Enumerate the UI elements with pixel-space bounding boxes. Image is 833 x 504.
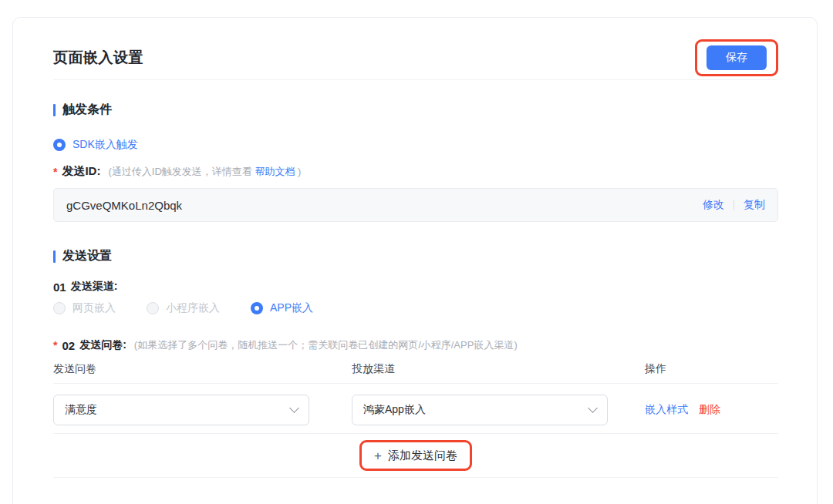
radio-disabled-icon [53,302,66,314]
radio-app-embed[interactable]: APP嵌入 [251,301,313,315]
send-id-hint: (通过传入ID触发发送，详情查看 帮助文档 ) [108,165,301,179]
section-bar-icon [53,104,56,116]
page-title: 页面嵌入设置 [53,48,143,68]
copy-link[interactable]: 复制 [744,198,765,212]
header-channel: 投放渠道 [352,362,645,376]
add-row: + 添加发送问卷 [53,434,778,477]
help-doc-link[interactable]: 帮助文档 [255,166,295,177]
send-id-value: gCGveQMKoLn2Qbqk [66,199,703,212]
chevron-down-icon [289,403,299,413]
channel-step-row: 01 发送渠道: [53,280,778,294]
table-header-divider [53,383,778,384]
send-id-label-row: * 发送ID: (通过传入ID触发发送，详情查看 帮助文档 ) [53,164,778,179]
bottom-divider [53,477,778,478]
embed-style-link[interactable]: 嵌入样式 [645,403,688,417]
trigger-section-header: 触发条件 [53,102,778,118]
radio-web-label: 网页嵌入 [73,301,116,315]
add-annotation-rect: + 添加发送问卷 [359,440,472,471]
radio-miniprogram-embed[interactable]: 小程序嵌入 [147,301,220,315]
section-bar-icon [53,250,56,263]
vertical-separator [734,200,734,210]
channel-select-value: 鸿蒙App嵌入 [363,403,426,417]
send-id-input[interactable]: gCGveQMKoLn2Qbqk 修改 复制 [53,188,778,222]
page-header: 页面嵌入设置 保存 [53,39,778,76]
add-survey-button[interactable]: + 添加发送问卷 [374,449,457,463]
header-actions: 操作 [645,362,778,376]
add-survey-label: 添加发送问卷 [388,449,457,463]
survey-step-label: 发送问卷: [79,338,126,352]
survey-select-value: 满意度 [65,403,97,417]
modify-link[interactable]: 修改 [703,198,724,212]
send-section-header: 发送设置 [53,248,778,264]
radio-app-label: APP嵌入 [270,301,313,315]
radio-selected-icon [53,139,66,151]
step-number: 02 [62,339,75,352]
header-divider [53,79,778,80]
survey-select[interactable]: 满意度 [53,395,309,425]
channel-radio-group: 网页嵌入 小程序嵌入 APP嵌入 [53,301,778,315]
send-id-hint-suffix: ) [295,166,301,177]
step-number: 01 [53,281,66,294]
channel-step-label: 发送渠道: [71,280,118,294]
channel-select[interactable]: 鸿蒙App嵌入 [352,395,608,425]
delete-link[interactable]: 删除 [699,403,720,417]
radio-sdk-label: SDK嵌入触发 [73,138,138,152]
radio-sdk-trigger[interactable]: SDK嵌入触发 [53,138,778,152]
required-asterisk: * [53,339,57,351]
send-id-label: 发送ID: [62,164,100,179]
radio-disabled-icon [147,302,159,314]
plus-icon: + [374,449,382,462]
send-id-hint-prefix: (通过传入ID触发发送，详情查看 [108,166,255,177]
save-annotation-rect: 保存 [695,39,778,76]
required-asterisk: * [53,166,57,178]
header-send-survey: 发送问卷 [53,362,352,376]
radio-miniprogram-label: 小程序嵌入 [166,301,220,315]
radio-web-embed[interactable]: 网页嵌入 [53,301,116,315]
settings-card: 页面嵌入设置 保存 触发条件 SDK嵌入触发 * 发送ID: (通过传入ID触发… [12,17,818,504]
send-id-actions: 修改 复制 [703,198,765,212]
row-actions: 嵌入样式 删除 [645,403,778,417]
save-button[interactable]: 保存 [707,45,767,70]
radio-selected-icon [251,302,263,314]
table-header-row: 发送问卷 投放渠道 操作 [53,361,778,377]
survey-step-row: * 02 发送问卷: (如果选择了多个问卷，随机推送一个；需关联问卷已创建的网页… [53,338,778,352]
chevron-down-icon [588,403,598,413]
survey-hint: (如果选择了多个问卷，随机推送一个；需关联问卷已创建的网页/小程序/APP嵌入渠… [134,338,518,352]
trigger-section-title: 触发条件 [62,102,112,118]
table-row: 满意度 鸿蒙App嵌入 嵌入样式 删除 [53,395,778,425]
send-section-title: 发送设置 [62,248,112,264]
